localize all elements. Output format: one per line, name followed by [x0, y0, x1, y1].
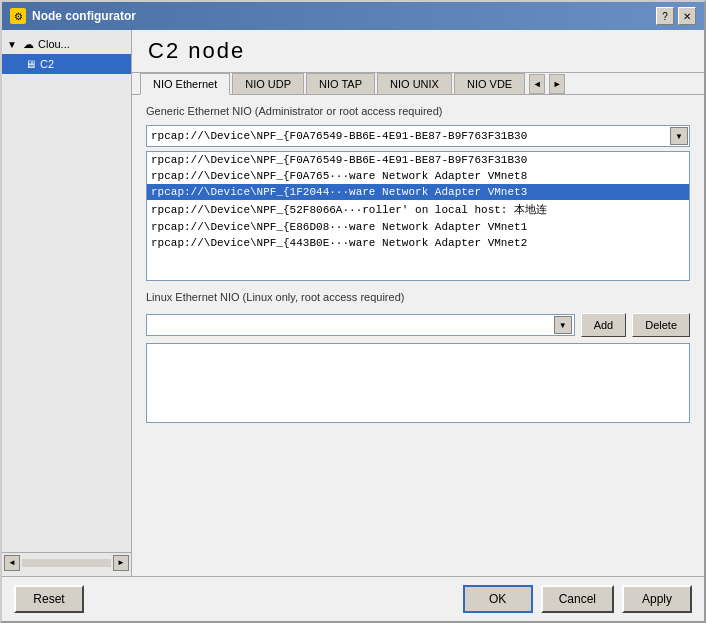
cloud-icon: ☁ — [20, 36, 36, 52]
list-item[interactable]: rpcap://\Device\NPF_{52F8066A···roller' … — [147, 200, 689, 219]
list-item[interactable]: rpcap://\Device\NPF_{443B0E···ware Netwo… — [147, 235, 689, 251]
tab-nio-unix[interactable]: NIO UNIX — [377, 73, 452, 94]
node-title: C2 node — [132, 30, 704, 68]
cancel-button[interactable]: Cancel — [541, 585, 614, 613]
right-panel: C2 node NIO Ethernet NIO UDP NIO TAP NIO… — [132, 30, 704, 576]
tab-nio-tap[interactable]: NIO TAP — [306, 73, 375, 94]
tab-nio-vde[interactable]: NIO VDE — [454, 73, 525, 94]
title-bar-buttons: ? ✕ — [656, 7, 696, 25]
scroll-track — [22, 559, 111, 567]
add-button[interactable]: Add — [581, 313, 627, 337]
expand-icon: ▼ — [6, 38, 18, 50]
tree-item-c2-label: C2 — [40, 58, 54, 70]
scroll-right-btn[interactable]: ► — [113, 555, 129, 571]
linux-dropdown-wrap: ▼ — [146, 314, 575, 336]
generic-ethernet-section: Generic Ethernet NIO (Administrator or r… — [146, 105, 690, 281]
window-title: Node configurator — [32, 9, 650, 23]
scroll-left-btn[interactable]: ◄ — [4, 555, 20, 571]
generic-dropdown-value: rpcap://\Device\NPF_{F0A76549-BB6E-4E91-… — [151, 130, 527, 142]
tab-prev-btn[interactable]: ◄ — [529, 74, 545, 94]
sidebar: ▼ ☁ Clou... 🖥 C2 ◄ ► — [2, 30, 132, 576]
generic-ethernet-listbox[interactable]: rpcap://\Device\NPF_{F0A76549-BB6E-4E91-… — [146, 151, 690, 281]
ok-button[interactable]: OK — [463, 585, 533, 613]
main-content: ▼ ☁ Clou... 🖥 C2 ◄ ► C2 node — [2, 30, 704, 576]
tab-nio-udp[interactable]: NIO UDP — [232, 73, 304, 94]
tree-item-cloud-label: Clou... — [38, 38, 70, 50]
title-bar: ⚙ Node configurator ? ✕ — [2, 2, 704, 30]
generic-dropdown-container: rpcap://\Device\NPF_{F0A76549-BB6E-4E91-… — [146, 125, 690, 147]
linux-controls: ▼ Add Delete — [146, 313, 690, 337]
generic-section-label: Generic Ethernet NIO (Administrator or r… — [146, 105, 690, 117]
tree-item-cloud[interactable]: ▼ ☁ Clou... — [2, 34, 131, 54]
tabs-container: NIO Ethernet NIO UDP NIO TAP NIO UNIX NI… — [132, 73, 704, 95]
close-button[interactable]: ✕ — [678, 7, 696, 25]
sidebar-tree: ▼ ☁ Clou... 🖥 C2 — [2, 34, 131, 74]
generic-ethernet-dropdown[interactable]: rpcap://\Device\NPF_{F0A76549-BB6E-4E91-… — [146, 125, 690, 147]
apply-button[interactable]: Apply — [622, 585, 692, 613]
linux-dropdown-arrow: ▼ — [554, 316, 572, 334]
tab-next-btn[interactable]: ► — [549, 74, 565, 94]
panel-content: Generic Ethernet NIO (Administrator or r… — [132, 95, 704, 576]
linux-dropdown[interactable]: ▼ — [146, 314, 575, 336]
list-item[interactable]: rpcap://\Device\NPF_{E86D08···ware Netwo… — [147, 219, 689, 235]
list-item[interactable]: rpcap://\Device\NPF_{F0A76549-BB6E-4E91-… — [147, 152, 689, 168]
node-icon: 🖥 — [22, 56, 38, 72]
list-item[interactable]: rpcap://\Device\NPF_{F0A765···ware Netwo… — [147, 168, 689, 184]
linux-ethernet-listbox[interactable] — [146, 343, 690, 423]
linux-ethernet-section: Linux Ethernet NIO (Linux only, root acc… — [146, 291, 690, 423]
sidebar-scrollbar: ◄ ► — [2, 552, 131, 572]
delete-button[interactable]: Delete — [632, 313, 690, 337]
linux-section-label: Linux Ethernet NIO (Linux only, root acc… — [146, 291, 690, 303]
node-header: C2 node — [132, 30, 704, 73]
node-configurator-window: ⚙ Node configurator ? ✕ ▼ ☁ Clou... 🖥 C2 — [0, 0, 706, 623]
list-item[interactable]: rpcap://\Device\NPF_{1F2044···ware Netwo… — [147, 184, 689, 200]
window-icon: ⚙ — [10, 8, 26, 24]
help-button[interactable]: ? — [656, 7, 674, 25]
footer: Reset OK Cancel Apply — [2, 576, 704, 621]
tab-nio-ethernet[interactable]: NIO Ethernet — [140, 73, 230, 95]
tree-item-c2[interactable]: 🖥 C2 — [2, 54, 131, 74]
reset-button[interactable]: Reset — [14, 585, 84, 613]
